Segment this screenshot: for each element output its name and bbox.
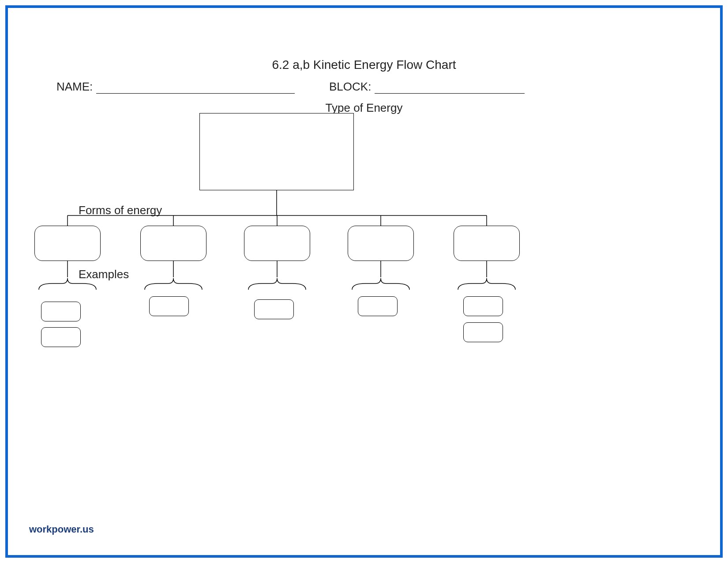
bracket-3 [246, 277, 308, 291]
form-box-3[interactable] [244, 226, 310, 261]
form-box-5[interactable] [454, 226, 520, 261]
example-box-1b[interactable] [41, 327, 81, 347]
bracket-4 [350, 277, 412, 291]
worksheet-title: 6.2 a,b Kinetic Energy Flow Chart [8, 58, 720, 72]
form-box-4[interactable] [348, 226, 414, 261]
example-box-3a[interactable] [254, 299, 294, 319]
form-box-1[interactable] [34, 226, 101, 261]
type-of-energy-label: Type of Energy [8, 101, 720, 115]
name-label: NAME: [56, 80, 93, 93]
block-input-line[interactable] [375, 84, 525, 94]
example-box-2a[interactable] [149, 296, 189, 316]
block-label: BLOCK: [329, 80, 371, 93]
watermark: workpower.us [29, 524, 94, 535]
example-box-5a[interactable] [463, 296, 503, 316]
bracket-1 [37, 277, 98, 291]
example-box-4a[interactable] [358, 296, 398, 316]
example-box-5b[interactable] [463, 322, 503, 342]
example-box-1a[interactable] [41, 302, 81, 321]
type-of-energy-box[interactable] [199, 113, 354, 190]
form-box-2[interactable] [140, 226, 206, 261]
forms-of-energy-label: Forms of energy [79, 204, 162, 217]
name-input-line[interactable] [96, 84, 295, 94]
bracket-2 [143, 277, 204, 291]
block-field: BLOCK: [329, 80, 525, 94]
page-frame: 6.2 a,b Kinetic Energy Flow Chart NAME: … [5, 5, 723, 558]
worksheet-content: 6.2 a,b Kinetic Energy Flow Chart NAME: … [8, 8, 720, 555]
bracket-5 [456, 277, 518, 291]
name-field: NAME: [56, 80, 295, 94]
